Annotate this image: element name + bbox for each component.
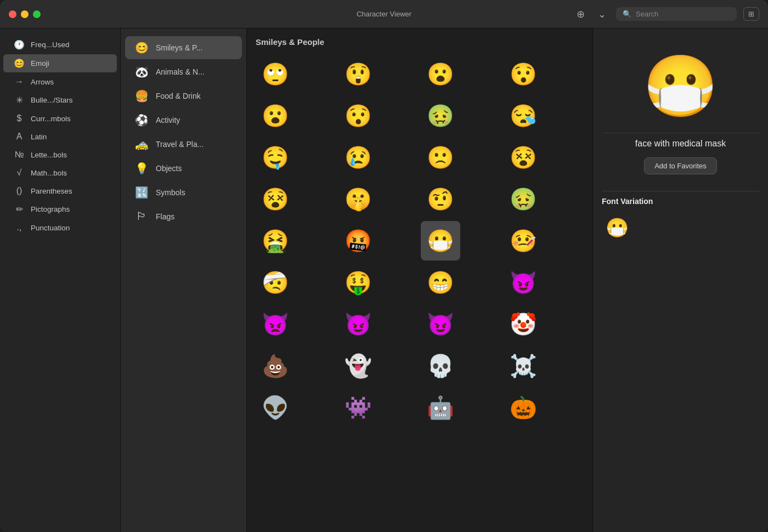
emoji-cell[interactable]: 😲 <box>338 54 378 94</box>
emoji-cell[interactable]: 🤬 <box>338 221 378 261</box>
emoji-cell[interactable]: 💩 <box>256 346 295 386</box>
sidebar-item-label: Parentheses <box>31 187 72 195</box>
category-label: Symbols <box>156 188 185 197</box>
activity-icon: ⚽ <box>134 114 149 127</box>
category-item-animals[interactable]: 🐼 Animals & N... <box>125 60 242 83</box>
emoji-cell[interactable]: 🤒 <box>504 221 543 261</box>
punctuation-icon: ., <box>13 223 25 233</box>
font-variation-grid: 😷 <box>602 212 633 243</box>
emoji-icon: 😊 <box>13 58 25 69</box>
sidebar-item-label: Emoji <box>31 59 49 67</box>
grid-view-button[interactable]: ⊞ <box>743 7 759 21</box>
emoji-cell[interactable]: 🤤 <box>256 138 295 177</box>
emoji-cell[interactable]: 😷 <box>421 221 460 261</box>
category-label: Travel & Pla... <box>156 140 204 149</box>
main-content: 🕐 Freq...Used😊 Emoji→ Arrows✳ Bulle.../S… <box>0 29 768 532</box>
emoji-cell[interactable]: 🤕 <box>256 263 295 302</box>
parentheses-icon: () <box>13 186 25 196</box>
emoji-cell[interactable]: 🤮 <box>256 221 295 261</box>
sidebar-item-emoji[interactable]: 😊 Emoji <box>3 54 117 72</box>
sidebar-item-latin[interactable]: A Latin <box>3 128 117 145</box>
emoji-cell[interactable]: 😈 <box>421 304 460 344</box>
emoji-grid-panel: Smileys & People 🙄😲😮😯😮😯🤢😪🤤😢🙁😵😵🤫🤨🤢🤮🤬😷🤒🤕🤑😁… <box>247 29 592 532</box>
sidebar-item-pictographs[interactable]: ✏ Pictographs <box>3 200 117 218</box>
latin-icon: A <box>13 132 25 142</box>
emoji-cell[interactable]: 👽 <box>256 388 295 427</box>
category-label: Smileys & P... <box>156 43 202 52</box>
category-label: Food & Drink <box>156 92 201 100</box>
title-bar-controls: ⊕ ⌄ 🔍 ⊞ <box>573 6 759 22</box>
emoji-cell[interactable]: 🎃 <box>504 388 543 427</box>
emoji-cell[interactable]: 😮 <box>256 96 295 135</box>
detail-panel: 😷 face with medical mask Add to Favorite… <box>592 29 768 532</box>
emoji-cell[interactable]: 🤢 <box>504 179 543 219</box>
symbols-icon: 🔣 <box>134 186 149 199</box>
emoji-cell[interactable]: 👻 <box>338 346 378 386</box>
emoji-cell[interactable]: 🙄 <box>256 54 295 94</box>
sidebar-item-label: Pictographs <box>31 205 70 213</box>
emoji-cell[interactable]: 👾 <box>338 388 378 427</box>
emoji-cell[interactable]: 😁 <box>421 263 460 302</box>
sidebar-item-label: Punctuation <box>31 224 70 232</box>
dropdown-button[interactable]: ⌄ <box>595 6 609 22</box>
detail-divider <box>602 133 759 133</box>
sidebar-item-parentheses[interactable]: () Parentheses <box>3 182 117 200</box>
emoji-cell[interactable]: 💀 <box>421 346 460 386</box>
sidebar-item-freq-used[interactable]: 🕐 Freq...Used <box>3 36 117 54</box>
sidebar-item-arrows[interactable]: → Arrows <box>3 73 117 90</box>
emoji-cell[interactable]: 😵 <box>504 138 543 177</box>
category-item-food[interactable]: 🍔 Food & Drink <box>125 84 242 107</box>
emoji-cell[interactable]: 😮 <box>421 54 460 94</box>
emoji-cell[interactable]: 😈 <box>504 263 543 302</box>
category-item-flags[interactable]: 🏳 Flags <box>125 205 242 228</box>
window-title: Character Viewer <box>357 10 411 18</box>
emoji-cell[interactable]: 😵 <box>256 179 295 219</box>
emoji-cell[interactable]: 😯 <box>338 96 378 135</box>
emoji-cell[interactable]: 😈 <box>338 304 378 344</box>
emoji-cell[interactable]: 🤢 <box>421 96 460 135</box>
sidebar-item-math[interactable]: √ Math...bols <box>3 164 117 182</box>
sidebar-item-punctuation[interactable]: ., Punctuation <box>3 219 117 236</box>
emoji-cell[interactable]: 😪 <box>504 96 543 135</box>
minimize-button[interactable] <box>21 10 29 18</box>
search-input[interactable] <box>636 10 730 18</box>
sidebar-item-label: Math...bols <box>31 169 67 177</box>
left-sidebar: 🕐 Freq...Used😊 Emoji→ Arrows✳ Bulle.../S… <box>0 29 121 532</box>
emoji-cell[interactable]: 🤨 <box>421 179 460 219</box>
emoji-cell[interactable]: 👿 <box>256 304 295 344</box>
currency-icon: $ <box>13 114 25 123</box>
close-button[interactable] <box>9 10 16 18</box>
category-item-travel[interactable]: 🚕 Travel & Pla... <box>125 133 242 156</box>
math-icon: √ <box>13 168 25 178</box>
emoji-cell[interactable]: 😢 <box>338 138 378 177</box>
sidebar-item-bullets[interactable]: ✳ Bulle.../Stars <box>3 91 117 109</box>
emoji-cell[interactable]: 😯 <box>504 54 543 94</box>
category-item-symbols[interactable]: 🔣 Symbols <box>125 181 242 204</box>
font-variation-title: Font Variation <box>602 197 653 206</box>
emoji-cell[interactable]: 🙁 <box>421 138 460 177</box>
sidebar-item-letter-symbols[interactable]: № Lette...bols <box>3 146 117 163</box>
emoji-cell[interactable]: 🤖 <box>421 388 460 427</box>
category-label: Activity <box>156 116 180 124</box>
flags-icon: 🏳 <box>134 210 149 223</box>
animals-icon: 🐼 <box>134 65 149 78</box>
more-options-button[interactable]: ⊕ <box>573 6 588 22</box>
smileys-icon: 😊 <box>134 41 149 54</box>
detail-name: face with medical mask <box>635 139 726 149</box>
category-item-objects[interactable]: 💡 Objects <box>125 157 242 180</box>
emoji-cell[interactable]: 🤡 <box>504 304 543 344</box>
pictographs-icon: ✏ <box>13 204 25 214</box>
font-variation-cell[interactable]: 😷 <box>602 212 633 243</box>
arrows-icon: → <box>13 77 25 87</box>
maximize-button[interactable] <box>33 10 41 18</box>
emoji-cell[interactable]: 🤑 <box>338 263 378 302</box>
emoji-cell[interactable]: 🤫 <box>338 179 378 219</box>
emoji-cell[interactable]: ☠️ <box>504 346 543 386</box>
sidebar-item-label: Freq...Used <box>31 41 70 49</box>
category-item-activity[interactable]: ⚽ Activity <box>125 109 242 132</box>
emoji-grid: 🙄😲😮😯😮😯🤢😪🤤😢🙁😵😵🤫🤨🤢🤮🤬😷🤒🤕🤑😁😈👿😈😈🤡💩👻💀☠️👽👾🤖🎃 <box>256 54 584 427</box>
sidebar-item-currency[interactable]: $ Curr...mbols <box>3 110 117 127</box>
add-favorites-button[interactable]: Add to Favorites <box>644 157 717 174</box>
section-title: Smileys & People <box>256 37 584 47</box>
category-item-smileys[interactable]: 😊 Smileys & P... <box>125 36 242 59</box>
